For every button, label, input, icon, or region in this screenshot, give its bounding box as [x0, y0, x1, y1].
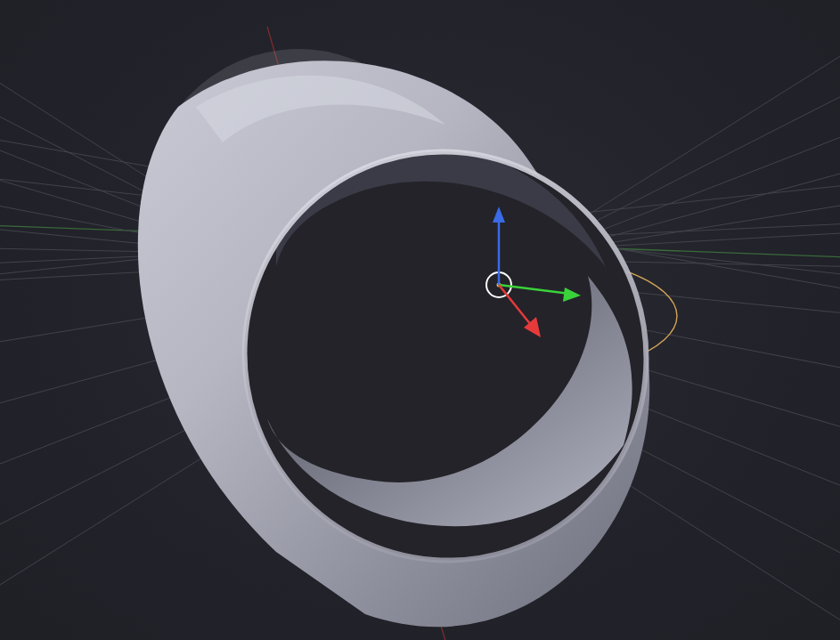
- viewport-canvas[interactable]: [0, 0, 840, 640]
- cylinder-object[interactable]: [106, 10, 699, 627]
- 3d-viewport[interactable]: [0, 0, 840, 640]
